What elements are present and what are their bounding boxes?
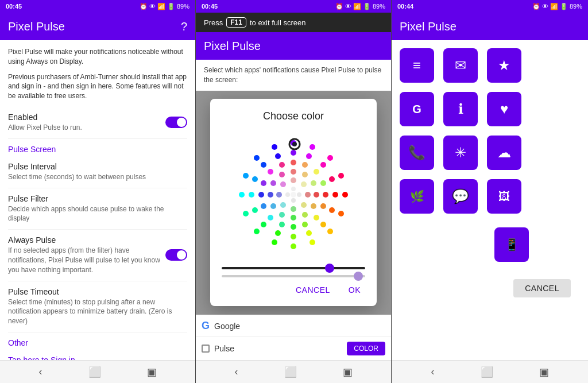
svg-point-65	[280, 181, 286, 187]
svg-point-46	[314, 169, 319, 175]
svg-point-35	[302, 222, 308, 227]
section-pulse-screen[interactable]: Pulse Screen	[8, 139, 187, 156]
left-recents-button[interactable]: ▣	[147, 366, 157, 378]
app-icon-info[interactable]: ℹ	[443, 92, 478, 126]
app-icon-chat[interactable]: 💬	[443, 179, 478, 214]
sign-in-title: Tap here to Sign in	[8, 355, 187, 360]
app-icon-cloud[interactable]: ☁	[487, 136, 521, 170]
svg-point-55	[270, 180, 276, 186]
app-icon-phone[interactable]: 📞	[400, 136, 434, 170]
app-icon-star[interactable]: ★	[487, 48, 521, 83]
app-icon-snowflake[interactable]: ✳	[443, 136, 478, 170]
right-app-title: Pixel Pulse	[400, 20, 457, 33]
pulse-checkbox[interactable]	[202, 345, 210, 353]
fullscreen-exit-text: to exit full screen	[250, 18, 306, 27]
svg-point-59	[311, 180, 316, 186]
center-bottom-nav: ‹ ⬜ ▣	[196, 360, 391, 383]
svg-point-74	[292, 142, 297, 146]
svg-point-60	[305, 192, 311, 198]
svg-point-70	[285, 192, 290, 197]
center-bottom-bar-2: Pulse COLOR	[196, 336, 391, 360]
left-phone-panel: 00:45 ⏰ 👁 📶 🔋 89% Pixel Pulse ? Pixel Pu…	[0, 0, 196, 383]
right-recents-button[interactable]: ▣	[539, 366, 549, 378]
svg-point-23	[252, 207, 258, 213]
app-icon-google[interactable]: G	[400, 92, 434, 126]
section-other: Other	[8, 332, 187, 350]
app-icon-mobile-selected[interactable]: 📱	[494, 227, 529, 262]
svg-point-29	[306, 153, 312, 159]
center-home-button[interactable]: ⬜	[284, 366, 297, 378]
left-back-button[interactable]: ‹	[39, 366, 42, 378]
svg-point-19	[306, 230, 312, 236]
svg-point-68	[291, 192, 296, 198]
setting-pulse-timeout[interactable]: Pulse Timeout Select time (minutes) to s…	[8, 281, 187, 332]
pulse-interval-desc: Select time (seconds) to wait between pu…	[8, 172, 187, 182]
app-icon-photo[interactable]: 🖼	[487, 179, 521, 214]
dialog-actions: CANCEL OK	[222, 283, 365, 297]
svg-point-41	[261, 180, 266, 186]
dialog-overlay: Choose color	[196, 91, 391, 315]
setting-enabled-title: Enabled	[8, 113, 82, 122]
brightness-slider-thumb[interactable]	[325, 264, 334, 273]
svg-point-36	[291, 224, 296, 230]
right-home-button[interactable]: ⬜	[481, 366, 493, 378]
svg-point-63	[280, 202, 286, 208]
left-home-button[interactable]: ⬜	[88, 366, 101, 378]
opacity-slider-track[interactable]	[222, 275, 365, 277]
always-pulse-desc: If no selected apps (from the filter) ha…	[8, 246, 161, 274]
svg-point-27	[275, 153, 281, 159]
cancel-button-right[interactable]: CANCEL	[513, 279, 571, 297]
google-icon: G	[202, 320, 210, 332]
dialog-ok-button[interactable]: OK	[344, 283, 365, 297]
left-settings-content: Pixel Pulse will make your notifications…	[0, 40, 195, 360]
center-status-icons: ⏰ 👁 📶 🔋 89%	[335, 3, 385, 10]
right-status-time: 00:44	[397, 3, 413, 10]
svg-point-16	[332, 192, 338, 198]
color-wheel-svg[interactable]	[230, 131, 357, 258]
svg-point-51	[291, 215, 296, 220]
right-status-icons: ⏰ 👁 📶 🔋 89%	[532, 3, 582, 10]
dialog-cancel-button[interactable]: CANCEL	[291, 283, 335, 297]
svg-point-25	[252, 176, 258, 182]
svg-point-24	[249, 192, 254, 198]
enabled-toggle[interactable]	[165, 117, 187, 128]
app-icon-heart[interactable]: ♥	[487, 92, 521, 126]
always-pulse-title: Always Pulse	[8, 235, 161, 245]
app-icon-nature[interactable]: 🌿	[400, 179, 434, 214]
app-icon-messages[interactable]: ≡	[400, 48, 434, 83]
svg-point-45	[302, 162, 308, 168]
svg-point-71	[291, 198, 296, 203]
left-header-help-icon[interactable]: ?	[181, 20, 187, 33]
center-app-header: Pixel Pulse	[196, 32, 391, 60]
setting-pulse-filter[interactable]: Pulse Filter Decide which apps should ca…	[8, 188, 187, 230]
app-icon-email[interactable]: ✉	[443, 48, 478, 83]
svg-point-43	[279, 162, 285, 168]
brightness-slider-track[interactable]	[222, 267, 365, 269]
svg-point-13	[310, 144, 315, 150]
svg-point-38	[268, 215, 273, 220]
svg-point-40	[258, 192, 264, 198]
color-button[interactable]: COLOR	[347, 342, 385, 355]
always-pulse-toggle[interactable]	[165, 249, 187, 261]
center-back-button[interactable]: ‹	[235, 366, 238, 378]
brightness-slider-container	[222, 267, 365, 269]
svg-point-66	[291, 177, 296, 183]
svg-point-47	[320, 180, 326, 186]
pulse-filter-title: Pulse Filter	[8, 194, 187, 203]
center-recents-button[interactable]: ▣	[343, 366, 353, 378]
svg-point-17	[329, 207, 335, 213]
setting-pulse-interval[interactable]: Pulse Interval Select time (seconds) to …	[8, 156, 187, 188]
color-dialog: Choose color	[210, 99, 377, 306]
setting-sign-in[interactable]: Tap here to Sign in Use this to transfer…	[8, 350, 187, 360]
center-phone-panel: 00:45 ⏰ 👁 📶 🔋 89% Press F11 to exit full…	[196, 0, 392, 383]
svg-point-61	[301, 202, 307, 208]
f11-key-badge: F11	[226, 17, 246, 28]
opacity-slider-thumb[interactable]	[354, 272, 363, 281]
fullscreen-banner: Press F11 to exit full screen	[196, 13, 391, 32]
right-back-button[interactable]: ‹	[431, 366, 435, 378]
svg-point-3	[310, 239, 315, 245]
svg-point-11	[272, 144, 277, 150]
setting-enabled-desc: Allow Pixel Pulse to run.	[8, 123, 82, 133]
svg-point-39	[261, 203, 266, 209]
svg-point-58	[302, 172, 308, 177]
